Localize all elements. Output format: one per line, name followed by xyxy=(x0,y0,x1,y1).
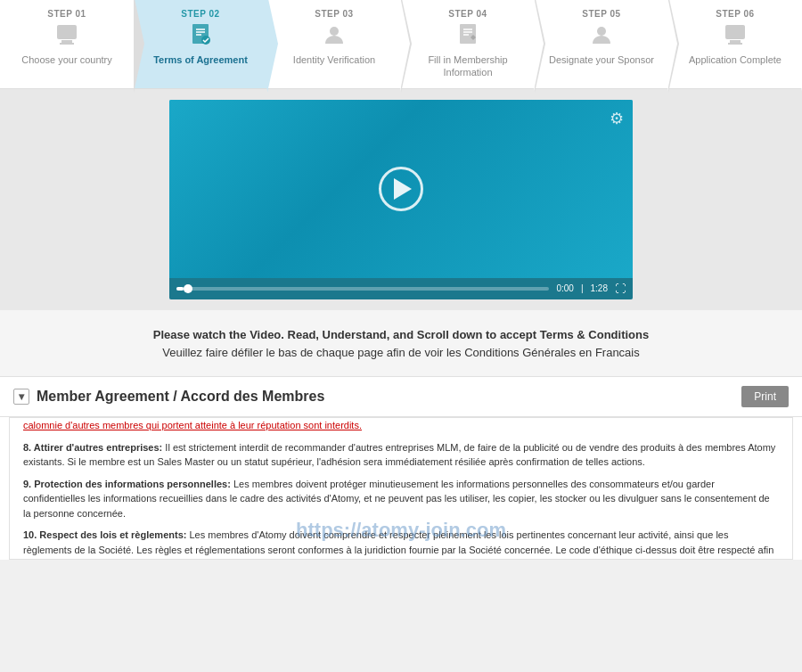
video-area[interactable]: ⚙ xyxy=(169,100,633,278)
svg-point-8 xyxy=(330,27,339,36)
step04-title: Fill in Membership Information xyxy=(405,53,531,79)
step05-label: STEP 05 xyxy=(582,9,620,19)
agreement-wrapper: calomnie d'autres membres qui portent at… xyxy=(0,417,802,560)
video-section: ⚙ 0:00 | 1:28 ⛶ xyxy=(0,89,802,310)
svg-rect-1 xyxy=(61,40,72,43)
agreement-item8: 8. Attirer d'autres entreprises: Il est … xyxy=(23,440,779,470)
svg-rect-16 xyxy=(728,43,742,45)
step01-title: Choose your country xyxy=(21,53,112,66)
step01-icon xyxy=(54,22,79,51)
agreement-item10: 10. Respect des lois et règlements: Les … xyxy=(23,528,779,560)
agreement-title-container: ▾ Member Agreement / Accord des Membres xyxy=(13,389,324,405)
agreement-title-text: Member Agreement / Accord des Membres xyxy=(37,389,324,405)
play-triangle-icon xyxy=(394,178,412,200)
gear-icon[interactable]: ⚙ xyxy=(610,109,624,128)
step-05[interactable]: STEP 05 Designate your Sponsor xyxy=(535,0,668,88)
instruction-line2: Veuillez faire défiler le bas de chaque … xyxy=(18,344,784,363)
step02-label: STEP 02 xyxy=(181,9,219,19)
agreement-section: ▾ Member Agreement / Accord des Membres … xyxy=(0,377,802,560)
stepper: STEP 01 Choose your country STEP 02 Term… xyxy=(0,0,802,89)
step-06[interactable]: STEP 06 Application Complete xyxy=(668,0,802,88)
step04-label: STEP 04 xyxy=(448,9,487,19)
step05-title: Designate your Sponsor xyxy=(549,53,654,66)
step-01[interactable]: STEP 01 Choose your country xyxy=(0,0,134,88)
video-controls: 0:00 | 1:28 ⛶ xyxy=(169,278,633,299)
agreement-intro: calomnie d'autres membres qui portent at… xyxy=(23,418,779,433)
step05-icon xyxy=(589,22,614,51)
step-04[interactable]: STEP 04 Fill in Membership Information xyxy=(401,0,535,88)
step03-title: Identity Verification xyxy=(293,53,375,66)
svg-rect-9 xyxy=(460,24,476,44)
toggle-button[interactable]: ▾ xyxy=(13,389,29,405)
step-02[interactable]: STEP 02 Terms of Agreement xyxy=(134,0,267,88)
svg-rect-2 xyxy=(60,43,74,45)
fullscreen-icon[interactable]: ⛶ xyxy=(615,283,626,295)
svg-rect-14 xyxy=(725,25,745,39)
progress-bar[interactable] xyxy=(176,287,549,291)
step06-title: Application Complete xyxy=(689,53,782,66)
time-total: 1:28 xyxy=(591,283,608,293)
video-player[interactable]: ⚙ 0:00 | 1:28 ⛶ xyxy=(169,100,633,299)
step06-label: STEP 06 xyxy=(716,9,754,19)
step02-title: Terms of Agreement xyxy=(153,53,248,66)
print-button[interactable]: Print xyxy=(741,386,789,407)
time-current: 0:00 xyxy=(556,283,573,293)
agreement-item9: 9. Protection des informations personnel… xyxy=(23,477,779,521)
step03-icon xyxy=(322,22,347,51)
agreement-content[interactable]: calomnie d'autres membres qui portent at… xyxy=(9,417,793,560)
time-separator: | xyxy=(581,283,584,293)
play-button[interactable] xyxy=(379,167,423,211)
instructions-section: Please watch the Video. Read, Understand… xyxy=(0,310,802,378)
svg-rect-0 xyxy=(57,25,77,39)
step03-label: STEP 03 xyxy=(315,9,353,19)
step04-icon xyxy=(455,22,480,51)
step01-label: STEP 01 xyxy=(47,9,86,19)
toggle-icon-symbol: ▾ xyxy=(19,390,24,403)
step-03[interactable]: STEP 03 Identity Verification xyxy=(267,0,401,88)
step06-icon xyxy=(723,22,748,51)
agreement-header: ▾ Member Agreement / Accord des Membres … xyxy=(0,377,802,417)
svg-rect-15 xyxy=(730,40,741,43)
step02-icon xyxy=(188,22,213,51)
progress-fill xyxy=(176,287,184,291)
progress-dot xyxy=(184,284,192,293)
svg-point-13 xyxy=(597,27,606,36)
instruction-line1: Please watch the Video. Read, Understand… xyxy=(18,326,784,345)
